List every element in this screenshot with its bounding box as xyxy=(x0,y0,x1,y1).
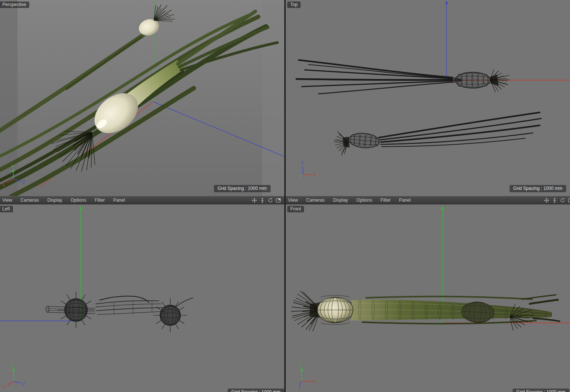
scene-left: Y X Z xyxy=(0,204,284,392)
viewport-menubar-left: View Cameras Display Options Filter Pane… xyxy=(0,196,284,204)
viewport-camera-controls xyxy=(544,198,570,203)
viewport-label: Left xyxy=(0,206,13,212)
viewport-camera-controls xyxy=(252,198,284,203)
grid-spacing-label: Grid Spacing : 1000 mm xyxy=(228,389,284,392)
grid-spacing-label: Grid Spacing : 1000 mm xyxy=(214,185,271,192)
menu-item-filter[interactable]: Filter xyxy=(376,197,395,204)
viewport-front[interactable]: Y X Z Front Grid Spacing : 1000 mm xyxy=(286,204,570,392)
viewport-left[interactable]: Y X Z Left Grid Spacing : 1000 mm xyxy=(0,204,284,392)
viewport-label: Front xyxy=(287,206,304,212)
grid-spacing-label: Grid Spacing : 1000 mm xyxy=(513,389,569,392)
gizmo-y-label: Y xyxy=(11,363,14,368)
gizmo-z-label: Z xyxy=(301,160,304,165)
viewport-top[interactable]: Z Y X Top Grid Spacing : 1000 mm xyxy=(286,0,570,196)
gizmo-x-label: X xyxy=(312,379,315,384)
scene-perspective: Y X Z xyxy=(0,0,284,196)
gizmo-x-label: X xyxy=(313,172,316,177)
gizmo-z-label: Z xyxy=(22,381,25,386)
gizmo-y-label: Y xyxy=(11,164,14,169)
menu-item-display[interactable]: Display xyxy=(43,197,66,204)
viewport-menubar-right: View Cameras Display Options Filter Pane… xyxy=(286,196,570,204)
gizmo-y-label: Y xyxy=(299,363,302,368)
gizmo-x-label: X xyxy=(3,384,6,389)
toggle-view-icon[interactable] xyxy=(568,198,570,203)
menu-item-view[interactable]: View xyxy=(0,197,16,204)
viewport-layout: Y X Z Perspective Grid Spacing : 1000 mm xyxy=(0,0,570,392)
gizmo-y-label: Y xyxy=(298,174,301,179)
viewport-label: Perspective xyxy=(0,2,29,8)
gizmo-z-label: Z xyxy=(298,384,301,389)
menu-item-panel[interactable]: Panel xyxy=(109,197,129,204)
viewport-menubar-row: View Cameras Display Options Filter Pane… xyxy=(0,196,570,204)
camera-zoom-icon[interactable] xyxy=(552,198,557,203)
viewport-label: Top xyxy=(287,2,301,8)
menu-item-cameras[interactable]: Cameras xyxy=(302,197,329,204)
scene-top: Z Y X xyxy=(286,0,570,196)
menu-item-options[interactable]: Options xyxy=(352,197,376,204)
camera-rotate-icon[interactable] xyxy=(268,198,273,203)
menu-item-filter[interactable]: Filter xyxy=(90,197,109,204)
camera-move-icon[interactable] xyxy=(544,198,549,203)
menu-item-display[interactable]: Display xyxy=(329,197,352,204)
toggle-view-icon[interactable] xyxy=(276,198,281,203)
menu-item-view[interactable]: View xyxy=(286,197,302,204)
viewport-perspective[interactable]: Y X Z Perspective Grid Spacing : 1000 mm xyxy=(0,0,284,196)
gizmo-z-label: Z xyxy=(22,180,25,184)
camera-move-icon[interactable] xyxy=(252,198,257,203)
scene-front: Y X Z xyxy=(286,204,570,392)
menu-item-panel[interactable]: Panel xyxy=(395,197,415,204)
camera-rotate-icon[interactable] xyxy=(560,198,565,203)
camera-zoom-icon[interactable] xyxy=(260,198,265,203)
menu-item-cameras[interactable]: Cameras xyxy=(16,197,43,204)
grid-spacing-label: Grid Spacing : 1000 mm xyxy=(510,185,566,192)
menu-item-options[interactable]: Options xyxy=(66,197,90,204)
gizmo-x-label: X xyxy=(2,182,5,187)
